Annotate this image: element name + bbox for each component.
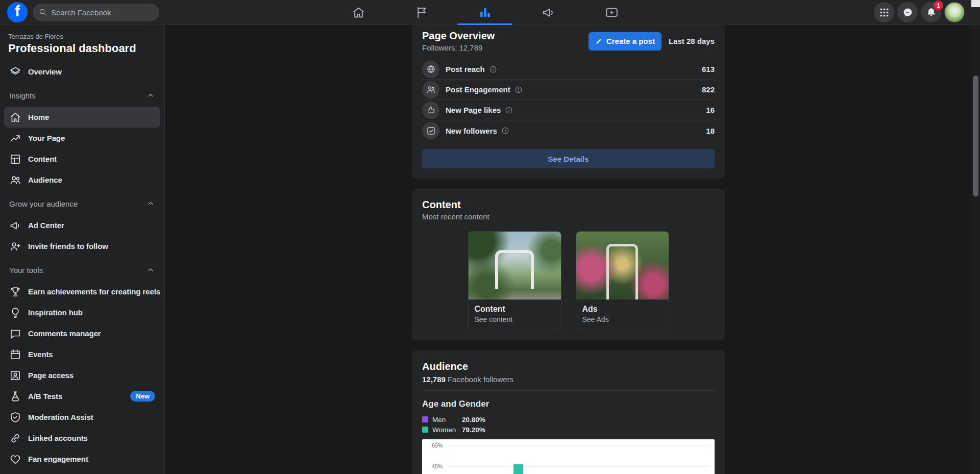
thumb-icon-glyph bbox=[426, 105, 436, 115]
bar-group-25-34 bbox=[501, 464, 523, 474]
sidebar-section-insights[interactable]: Insights bbox=[4, 84, 160, 107]
sidebar-item-a-b-tests[interactable]: A/B TestsNew bbox=[4, 386, 160, 407]
nav-tab-home[interactable] bbox=[327, 0, 390, 25]
sidebar-item-linked-accounts[interactable]: Linked accounts bbox=[4, 428, 160, 448]
sidebar-item-invite-friends-to-follow[interactable]: Invite friends to follow bbox=[4, 236, 160, 257]
info-icon[interactable] bbox=[501, 127, 509, 135]
metric-value: 613 bbox=[702, 65, 715, 73]
sidebar-item-label: Content bbox=[28, 155, 57, 163]
sidebar-item-label: Your Page bbox=[28, 134, 65, 142]
metric-row-post-reach: Post reach613 bbox=[422, 59, 715, 80]
see-details-button[interactable]: See Details bbox=[422, 149, 715, 168]
sidebar-item-events[interactable]: Events bbox=[4, 344, 160, 365]
access-icon bbox=[9, 369, 21, 382]
apps-menu-button[interactable] bbox=[874, 2, 894, 22]
bulb-icon bbox=[9, 307, 21, 319]
sidebar-item-label: Overview bbox=[28, 67, 62, 76]
metric-label: Post reach bbox=[446, 65, 485, 73]
sidebar-item-your-page[interactable]: Your Page bbox=[4, 128, 160, 148]
info-icon[interactable] bbox=[514, 86, 523, 94]
messenger-icon bbox=[902, 7, 913, 18]
page-name: Terrazas de Flores bbox=[8, 33, 156, 40]
metric-label: New followers bbox=[446, 127, 497, 135]
content-tiles: ContentSee contentAdsSee Ads bbox=[422, 231, 715, 330]
content-title: Content bbox=[422, 199, 715, 211]
sidebar-item-page-recommendation[interactable]: Page recommendation bbox=[4, 469, 160, 474]
audience-followers: 12,789Facebook followers bbox=[422, 375, 715, 391]
content-tile-content[interactable]: ContentSee content bbox=[468, 231, 561, 330]
create-post-button[interactable]: Create a post bbox=[589, 32, 662, 51]
sidebar-item-content[interactable]: Content bbox=[4, 148, 160, 169]
sidebar-item-label: Invite friends to follow bbox=[28, 242, 108, 251]
home-icon bbox=[352, 6, 365, 19]
messenger-button[interactable] bbox=[897, 2, 918, 22]
dashboard-title: Professional dashboard bbox=[8, 42, 156, 55]
facebook-logo[interactable]: f bbox=[7, 2, 28, 22]
heart-icon bbox=[9, 453, 21, 465]
nav-tab-insights[interactable] bbox=[453, 0, 517, 25]
sidebar-item-page-access[interactable]: Page access bbox=[4, 365, 160, 386]
chart-icon bbox=[478, 6, 492, 19]
scrollbar-thumb[interactable] bbox=[973, 76, 978, 196]
legend-swatch bbox=[422, 416, 428, 422]
content-icon bbox=[9, 153, 21, 165]
layers-icon bbox=[9, 66, 21, 78]
profile-avatar[interactable] bbox=[944, 2, 965, 22]
sidebar-item-moderation-assist[interactable]: Moderation Assist bbox=[4, 407, 160, 428]
legend-row-women: Women79.20% bbox=[422, 425, 715, 435]
sidebar-item-home[interactable]: Home bbox=[4, 107, 160, 128]
search-bar[interactable] bbox=[33, 4, 159, 21]
sidebar-item-fan-engagement[interactable]: Fan engagement bbox=[4, 448, 160, 469]
thumb-icon bbox=[422, 102, 439, 119]
sidebar-header: Terrazas de Flores Professional dashboar… bbox=[0, 25, 164, 58]
shield-icon bbox=[9, 411, 21, 423]
sidebar-item-comments-manager[interactable]: Comments manager bbox=[4, 323, 160, 344]
people-icon bbox=[422, 81, 439, 98]
section-label: Grow your audience bbox=[9, 199, 78, 208]
page-overview-card: Page Overview Followers: 12,789 Create a… bbox=[412, 25, 725, 179]
sidebar-section-your-tools[interactable]: Your tools bbox=[4, 259, 160, 281]
grid-icon bbox=[879, 7, 890, 18]
sidebar-item-inspiration-hub[interactable]: Inspiration hub bbox=[4, 302, 160, 323]
y-axis-tick: 40% bbox=[422, 463, 443, 469]
video-icon bbox=[605, 6, 619, 19]
age-gender-heading: Age and Gender bbox=[422, 399, 715, 409]
nav-tab-video[interactable] bbox=[580, 0, 643, 25]
nav-tab-ads[interactable] bbox=[517, 0, 580, 25]
metrics-list: Post reach613Post Engagement822New Page … bbox=[422, 59, 715, 141]
sidebar-item-overview[interactable]: Overview bbox=[4, 61, 160, 82]
tile-link[interactable]: See content bbox=[475, 315, 555, 323]
tile-thumbnail bbox=[469, 232, 561, 300]
top-bar: f 1 bbox=[0, 0, 980, 25]
info-icon[interactable] bbox=[505, 106, 513, 114]
search-icon bbox=[39, 8, 47, 16]
content-tile-ads[interactable]: AdsSee Ads bbox=[576, 231, 669, 330]
info-icon[interactable] bbox=[489, 65, 497, 73]
tile-label: Content bbox=[475, 305, 555, 314]
notification-badge: 1 bbox=[934, 1, 943, 10]
period-label[interactable]: Last 28 days bbox=[669, 37, 715, 45]
sidebar-section-grow-your-audience[interactable]: Grow your audience bbox=[4, 192, 160, 215]
legend-name: Men bbox=[432, 416, 458, 423]
invite-icon bbox=[9, 240, 21, 253]
sidebar-item-earn-achievements-for-creating-reels[interactable]: Earn achievements for creating reels bbox=[4, 281, 160, 302]
window-scrollbar[interactable] bbox=[971, 25, 980, 474]
search-input[interactable] bbox=[51, 8, 153, 17]
nav-tab-pages[interactable] bbox=[390, 0, 453, 25]
new-badge: New bbox=[130, 391, 155, 402]
notifications-button[interactable]: 1 bbox=[921, 2, 941, 22]
metric-row-post-engagement: Post Engagement822 bbox=[422, 80, 715, 100]
pencil-icon bbox=[595, 37, 603, 45]
sidebar-item-ad-center[interactable]: Ad Center bbox=[4, 215, 160, 236]
check-icon bbox=[422, 122, 439, 139]
tile-link[interactable]: See Ads bbox=[582, 315, 663, 323]
sidebar-item-audience[interactable]: Audience bbox=[4, 169, 160, 190]
link-icon bbox=[9, 432, 21, 444]
create-post-label: Create a post bbox=[606, 37, 655, 45]
megaphone-icon bbox=[542, 6, 555, 19]
audience-card: Audience 12,789Facebook followers Age an… bbox=[412, 351, 725, 474]
comment-icon bbox=[9, 328, 21, 340]
beaker-icon bbox=[9, 390, 21, 403]
sidebar-item-label: Inspiration hub bbox=[28, 308, 83, 317]
chevron-up-icon bbox=[146, 265, 155, 275]
